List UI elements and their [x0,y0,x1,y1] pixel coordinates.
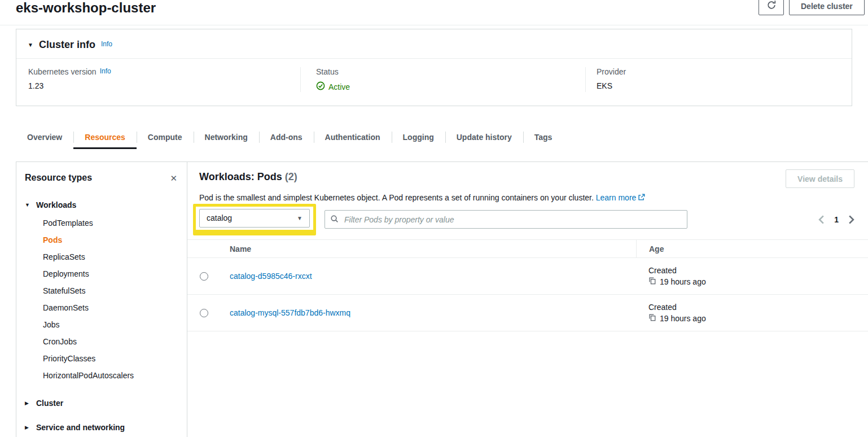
view-details-button[interactable]: View details [786,169,854,188]
check-circle-icon [316,81,325,92]
chevron-right-icon: ▶ [25,425,31,430]
tab-authentication[interactable]: Authentication [314,127,392,149]
status-field: Status Active [300,67,585,92]
chevron-down-icon: ▼ [25,202,31,208]
pod-name-link[interactable]: catalog-d5985c46-rxcxt [230,272,312,281]
row-select-radio[interactable] [200,309,208,317]
resources-content: Resource types ✕ ▼ Workloads PodTemplate… [16,161,868,437]
dropdown-caret-icon: ▼ [297,215,303,221]
sidebar-item-deployments[interactable]: Deployments [43,265,187,282]
age-cell: Created 19 hours ago [636,303,868,323]
page-title: eks-workshop-cluster [16,0,156,19]
provider-value: EKS [597,81,852,90]
tree-group-cluster[interactable]: ▶ Cluster [25,395,187,412]
current-page-number: 1 [834,215,839,224]
row-select-radio[interactable] [200,272,208,281]
next-page-icon[interactable] [848,215,854,224]
close-icon[interactable]: ✕ [170,174,177,182]
table-row: catalog-d5985c46-rxcxt Created 19 hou [187,258,868,295]
tab-overview[interactable]: Overview [16,127,73,149]
external-link-icon [638,194,645,203]
age-column-header: Age [636,240,868,257]
pods-description: Pod is the smallest and simplest Kuberne… [199,193,854,203]
namespace-filter-value: catalog [207,213,232,222]
workloads-items: PodTemplates Pods ReplicaSets Deployment… [43,213,187,387]
pods-panel-title: Workloads: Pods (2) [199,171,297,183]
tab-compute[interactable]: Compute [137,127,194,149]
copy-icon [648,314,656,323]
name-column-header: Name [230,240,636,257]
sidebar-item-jobs[interactable]: Jobs [43,316,187,333]
sidebar-item-statefulsets[interactable]: StatefulSets [43,282,187,299]
kubernetes-version-label: Kubernetes versionInfo [28,67,300,76]
sidebar-item-pods[interactable]: Pods [43,231,187,248]
chevron-right-icon: ▶ [25,400,31,406]
pods-search-input[interactable] [343,215,682,225]
delete-cluster-button[interactable]: Delete cluster [789,0,865,15]
age-cell: Created 19 hours ago [636,266,868,286]
cluster-info-header: ▼ Cluster info Info [16,29,852,59]
pods-table: Name Age catalog-d5985c46-rxcxt Created [187,239,868,331]
kubernetes-version-info-link[interactable]: Info [100,67,111,75]
namespace-filter-dropdown[interactable]: catalog ▼ [199,209,310,228]
refresh-icon [766,0,777,12]
previous-page-icon[interactable] [818,215,825,224]
sidebar-item-podtemplates[interactable]: PodTemplates [43,215,187,231]
learn-more-link[interactable]: Learn more [596,193,646,202]
sidebar-title: Resource types [25,173,92,183]
resource-types-sidebar: Resource types ✕ ▼ Workloads PodTemplate… [16,161,187,437]
filter-row: catalog ▼ [199,210,854,229]
tab-add-ons[interactable]: Add-ons [259,127,314,149]
sidebar-item-daemonsets[interactable]: DaemonSets [43,299,187,316]
sidebar-item-cronjobs[interactable]: CronJobs [43,333,187,350]
eks-console-page: eks-workshop-cluster Delete cluster ▼ Cl… [0,0,868,437]
tab-logging[interactable]: Logging [392,127,445,149]
refresh-button[interactable] [759,0,784,15]
provider-field: Provider EKS [585,67,852,92]
age-value: 19 hours ago [660,314,706,323]
header-actions: Delete cluster [759,0,865,15]
page-header: eks-workshop-cluster Delete cluster [0,0,868,25]
status-label: Status [316,67,585,76]
select-column-header [187,240,230,257]
cluster-tabs: Overview Resources Compute Networking Ad… [16,127,868,149]
status-value: Active [316,81,585,92]
tab-networking[interactable]: Networking [194,127,259,149]
collapse-caret-icon[interactable]: ▼ [28,42,33,48]
sidebar-item-replicasets[interactable]: ReplicaSets [43,248,187,265]
tab-resources[interactable]: Resources [73,127,137,149]
age-status: Created [648,266,677,275]
cluster-info-panel: ▼ Cluster info Info Kubernetes versionIn… [16,29,852,106]
pods-count: (2) [285,171,297,182]
age-value: 19 hours ago [660,277,706,286]
sidebar-item-horizontalpodautoscalers[interactable]: HorizontalPodAutoscalers [43,367,187,384]
resource-type-tree: ▼ Workloads PodTemplates Pods ReplicaSet… [16,183,187,436]
tree-group-workloads[interactable]: ▼ Workloads [25,196,187,213]
search-icon [330,215,339,225]
cluster-info-title: Cluster info [39,39,95,51]
copy-icon [648,277,656,286]
tree-group-service-and-networking[interactable]: ▶ Service and networking [25,419,187,436]
provider-label: Provider [597,67,852,76]
pod-name-link[interactable]: catalog-mysql-557fdb7bd6-hwxmq [230,308,350,317]
age-status: Created [648,303,677,312]
annotation-highlight: catalog ▼ [193,204,316,235]
pods-panel: Workloads: Pods (2) View details Pod is … [187,161,868,437]
cluster-info-body: Kubernetes versionInfo 1.23 Status Activ… [16,59,852,106]
status-badge: Active [328,82,350,91]
pagination: 1 [818,210,854,229]
kubernetes-version-value: 1.23 [28,81,300,90]
pods-search-box [325,210,687,229]
kubernetes-version-field: Kubernetes versionInfo 1.23 [16,67,300,92]
sidebar-header: Resource types ✕ [16,162,187,183]
pods-table-header: Name Age [187,239,868,258]
tab-update-history[interactable]: Update history [445,127,523,149]
table-row: catalog-mysql-557fdb7bd6-hwxmq Created [187,295,868,331]
tab-tags[interactable]: Tags [523,127,564,149]
pods-panel-header: Workloads: Pods (2) View details [187,162,868,188]
cluster-info-info-link[interactable]: Info [101,40,112,48]
sidebar-item-priorityclasses[interactable]: PriorityClasses [43,350,187,367]
